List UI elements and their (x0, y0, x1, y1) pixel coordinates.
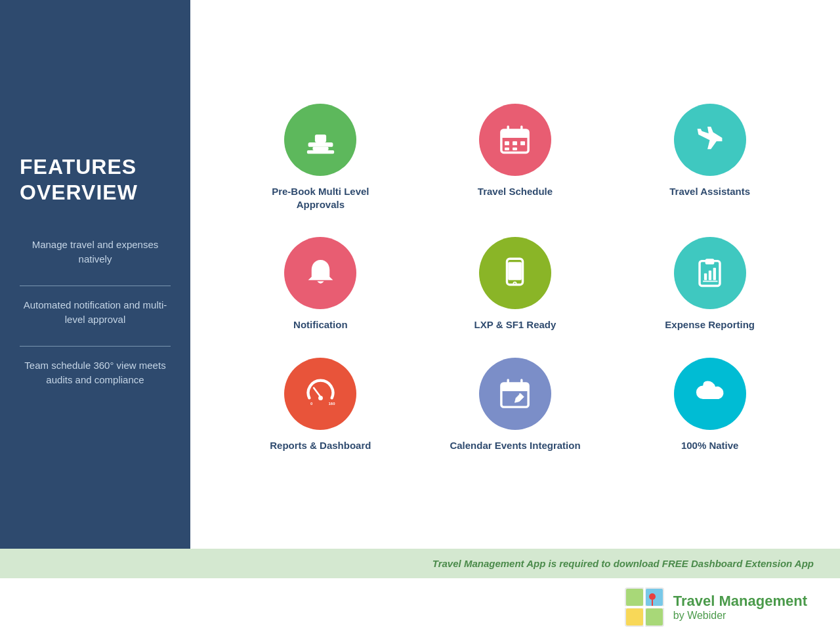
svg-rect-14 (509, 262, 522, 280)
sidebar-item-2: Automated notification and multi-level a… (20, 298, 171, 328)
pre-book-icon-circle (284, 104, 356, 176)
lxp-sf1-icon-circle (479, 237, 551, 309)
svg-rect-20 (713, 267, 716, 280)
stamp-icon (303, 122, 339, 158)
feature-lxp-sf1: LXP & SF1 Ready (450, 237, 581, 331)
travel-assistants-label: Travel Assistants (669, 185, 750, 198)
feature-native: 100% Native (644, 358, 776, 452)
svg-rect-1 (312, 146, 328, 150)
svg-rect-27 (501, 383, 528, 391)
mobile-icon (497, 255, 533, 291)
brand-text-block: Travel Management by Webider (673, 593, 807, 622)
svg-text:160: 160 (328, 402, 335, 406)
svg-text:0: 0 (310, 402, 313, 406)
svg-rect-0 (308, 142, 333, 146)
svg-rect-35 (646, 608, 663, 625)
svg-rect-10 (521, 141, 526, 145)
footer-bar: Travel Management App is required to dow… (0, 549, 840, 578)
footer-note: Travel Management App is required to dow… (432, 558, 814, 569)
feature-travel-schedule: Travel Schedule (450, 104, 581, 198)
sidebar: FEATURES OVERVIEW Manage travel and expe… (0, 0, 190, 549)
svg-point-38 (649, 593, 656, 600)
notification-label: Notification (293, 318, 348, 331)
svg-rect-11 (505, 147, 510, 150)
lxp-sf1-label: LXP & SF1 Ready (474, 318, 556, 331)
feature-expense-reporting: Expense Reporting (644, 237, 776, 331)
calendar-edit-icon (497, 375, 533, 412)
feature-travel-assistants: Travel Assistants (644, 104, 776, 198)
svg-rect-19 (709, 270, 711, 280)
sidebar-title: FEATURES OVERVIEW (20, 154, 171, 205)
feature-notification: Notification (255, 237, 386, 331)
feature-reports-dashboard: 0 160 Reports & Dashboard (255, 358, 386, 452)
svg-rect-32 (626, 589, 643, 606)
sidebar-item-1: Manage travel and expenses natively (20, 238, 171, 267)
cloud-icon (692, 375, 728, 412)
expense-reporting-label: Expense Reporting (665, 318, 755, 331)
chart-clipboard-icon (692, 255, 728, 291)
native-icon-circle (674, 358, 746, 430)
plane-icon (692, 122, 728, 158)
svg-line-22 (314, 388, 320, 397)
bell-icon (303, 255, 339, 291)
brand-footer: Travel Management by Webider (0, 578, 840, 636)
travel-assistants-icon-circle (674, 104, 746, 176)
svg-rect-5 (501, 130, 528, 138)
calendar-events-label: Calendar Events Integration (450, 439, 580, 452)
reports-dashboard-icon-circle: 0 160 (284, 358, 356, 430)
svg-rect-17 (705, 259, 715, 265)
brand-name: Travel Management (673, 593, 807, 610)
svg-point-23 (318, 396, 323, 400)
brand-logo-icon (625, 587, 664, 627)
notification-icon-circle (284, 237, 356, 309)
travel-schedule-icon-circle (479, 104, 551, 176)
expense-reporting-icon-circle (674, 237, 746, 309)
svg-rect-9 (513, 141, 518, 145)
native-label: 100% Native (681, 439, 739, 452)
calendar-icon (497, 122, 533, 158)
speedometer-icon: 0 160 (303, 375, 339, 412)
reports-dashboard-label: Reports & Dashboard (270, 439, 371, 452)
feature-calendar-events: Calendar Events Integration (450, 358, 581, 452)
features-grid: Pre-Book Multi Level Approvals (230, 104, 801, 452)
feature-pre-book: Pre-Book Multi Level Approvals (255, 104, 386, 211)
brand-sub: by Webider (673, 610, 807, 622)
svg-rect-2 (315, 134, 326, 142)
svg-rect-34 (626, 608, 643, 625)
sidebar-item-3: Team schedule 360° view meets audits and… (20, 358, 171, 388)
content-area: Pre-Book Multi Level Approvals (190, 0, 840, 549)
pre-book-label: Pre-Book Multi Level Approvals (255, 185, 386, 211)
svg-rect-8 (505, 141, 510, 145)
travel-schedule-label: Travel Schedule (478, 185, 553, 198)
svg-rect-18 (704, 273, 707, 280)
sidebar-divider-2 (20, 346, 171, 347)
svg-rect-12 (513, 147, 518, 150)
svg-rect-3 (307, 150, 334, 153)
sidebar-divider-1 (20, 286, 171, 286)
calendar-events-icon-circle (479, 358, 551, 430)
